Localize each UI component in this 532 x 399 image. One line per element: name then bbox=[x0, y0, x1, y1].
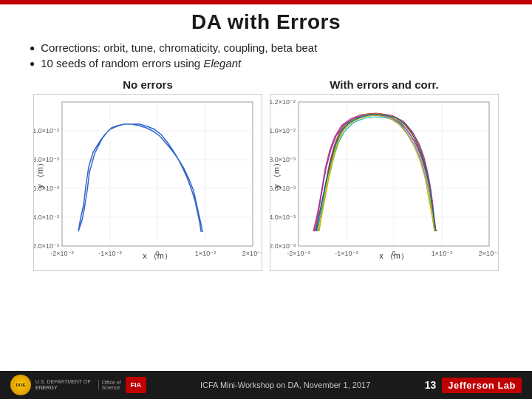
svg-text:y  （m）: y （m） bbox=[35, 159, 44, 188]
footer-page-number: 13 bbox=[425, 379, 437, 391]
svg-text:-1×10⁻²: -1×10⁻² bbox=[98, 250, 121, 257]
bullet-list: Corrections: orbit, tune, chromaticity, … bbox=[22, 41, 510, 69]
svg-text:4.0×10⁻³: 4.0×10⁻³ bbox=[34, 214, 59, 221]
svg-text:6.0×10⁻³: 6.0×10⁻³ bbox=[34, 185, 59, 192]
main-content: DA with Errors Corrections: orbit, tune,… bbox=[0, 4, 532, 271]
jlab-logo: Jefferson Lab bbox=[442, 378, 522, 393]
svg-text:-2×10⁻²: -2×10⁻² bbox=[50, 250, 73, 257]
left-plot-box: x （m） y （m） -2×10⁻² -1×10⁻² 0 1×10⁻² 2×1… bbox=[33, 94, 262, 271]
science-label: Science bbox=[102, 385, 121, 390]
svg-text:1.0×10⁻²: 1.0×10⁻² bbox=[34, 127, 59, 134]
svg-text:2×10⁻²: 2×10⁻² bbox=[479, 250, 499, 257]
doe-dept-label: ENERGY bbox=[35, 385, 58, 391]
svg-text:6.0×10⁻³: 6.0×10⁻³ bbox=[270, 185, 296, 192]
bullet-item-2: 10 seeds of random errors using Elegant bbox=[30, 57, 510, 69]
fia-logo-icon: FIA bbox=[126, 377, 146, 393]
bullet-text-1: Corrections: orbit, tune, chromaticity, … bbox=[41, 41, 317, 54]
svg-text:-2×10⁻²: -2×10⁻² bbox=[287, 250, 310, 257]
slide-title: DA with Errors bbox=[22, 10, 510, 34]
bullet-text-2: 10 seeds of random errors using Elegant bbox=[41, 57, 241, 69]
right-plot-box: x （m） y （m） -2×10⁻² -1×10⁻² 0 1×10⁻² 2×1… bbox=[270, 94, 499, 271]
left-plot-label: No errors bbox=[123, 78, 173, 91]
footer: DOE U.S. DEPARTMENT OF ENERGY Office of … bbox=[0, 371, 532, 399]
doe-text: U.S. DEPARTMENT OF ENERGY bbox=[35, 379, 91, 390]
svg-text:2.0×10⁻³: 2.0×10⁻³ bbox=[270, 242, 296, 250]
right-plot-svg: x （m） y （m） -2×10⁻² -1×10⁻² 0 1×10⁻² 2×1… bbox=[270, 95, 499, 271]
footer-event-text: ICFA Mini-Workshop on DA, November 1, 20… bbox=[146, 381, 425, 389]
svg-text:2.0×10⁻³: 2.0×10⁻³ bbox=[34, 242, 59, 250]
office-science: Office of Science bbox=[98, 380, 121, 390]
plots-row: No errors bbox=[22, 78, 510, 271]
right-plot-container: With errors and corr. bbox=[270, 78, 499, 271]
svg-text:4.0×10⁻³: 4.0×10⁻³ bbox=[270, 214, 296, 221]
svg-text:8.0×10⁻³: 8.0×10⁻³ bbox=[34, 156, 59, 163]
footer-left: DOE U.S. DEPARTMENT OF ENERGY Office of … bbox=[10, 375, 146, 395]
right-plot-label: With errors and corr. bbox=[330, 78, 438, 91]
svg-text:8.0×10⁻³: 8.0×10⁻³ bbox=[270, 156, 296, 163]
svg-text:-1×10⁻²: -1×10⁻² bbox=[335, 250, 358, 257]
doe-emblem-icon: DOE bbox=[10, 375, 31, 395]
left-plot-svg: x （m） y （m） -2×10⁻² -1×10⁻² 0 1×10⁻² 2×1… bbox=[34, 95, 262, 271]
svg-text:2×10⁻²: 2×10⁻² bbox=[242, 250, 262, 257]
doe-us-label: U.S. DEPARTMENT OF bbox=[35, 379, 91, 385]
svg-text:1.0×10⁻²: 1.0×10⁻² bbox=[270, 127, 296, 134]
footer-right: 13 Jefferson Lab bbox=[425, 378, 522, 393]
svg-text:0: 0 bbox=[155, 250, 159, 257]
office-label: Office of bbox=[102, 380, 121, 385]
left-plot-container: No errors bbox=[33, 78, 262, 271]
svg-text:1×10⁻²: 1×10⁻² bbox=[432, 250, 452, 257]
bullet-item-1: Corrections: orbit, tune, chromaticity, … bbox=[30, 41, 510, 54]
svg-text:y  （m）: y （m） bbox=[272, 159, 281, 188]
svg-text:1×10⁻²: 1×10⁻² bbox=[195, 250, 216, 257]
svg-text:0: 0 bbox=[392, 250, 395, 257]
svg-text:1.2×10⁻²: 1.2×10⁻² bbox=[270, 98, 296, 106]
